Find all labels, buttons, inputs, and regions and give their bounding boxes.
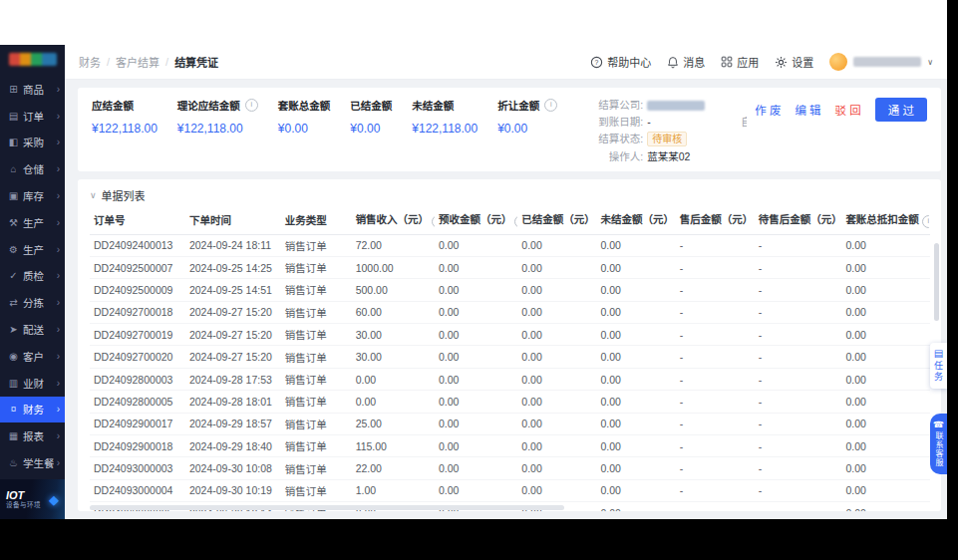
sidebar-item-student-meal[interactable]: ♨学生餐›: [0, 449, 65, 476]
table-cell: 0.00: [435, 435, 517, 457]
approve-button[interactable]: 通 过: [875, 98, 927, 122]
sidebar-item-quality[interactable]: ✓质检›: [0, 263, 65, 290]
table-row[interactable]: DD240927000192024-09-27 15:20销售订单30.000.…: [90, 324, 929, 346]
column-header: 售后金额（元）i: [676, 205, 755, 235]
sidebar-item-business-finance[interactable]: ▥业财›: [0, 370, 65, 397]
topbar-settings[interactable]: 设置: [775, 54, 813, 70]
sidebar-item-orders[interactable]: ▤订单›: [0, 103, 65, 130]
info-line-operate-time: 操作时间:2024-10-17: [731, 132, 747, 144]
table-row[interactable]: DD240925000092024-09-25 14:51销售订单500.000…: [90, 279, 929, 301]
breadcrumb-item[interactable]: 财务: [79, 54, 101, 70]
table-cell: -: [676, 391, 755, 413]
info-icon[interactable]: i: [544, 99, 557, 112]
table-cell: 0.00: [435, 391, 517, 413]
chevron-down-icon: ∨: [90, 190, 97, 200]
table-row[interactable]: DD240924000132024-09-24 18:11销售订单72.000.…: [90, 234, 929, 256]
info-line-arrival-date: 到账日期:-: [579, 116, 705, 129]
table-row[interactable]: DD240927000202024-09-27 15:20销售订单30.000.…: [90, 346, 929, 368]
table-cell: 销售订单: [281, 413, 352, 434]
info-line-voucher-no: 结算凭证号:5352: [731, 99, 747, 112]
table-row[interactable]: DD240928000052024-09-28 18:01销售订单0.000.0…: [90, 391, 929, 413]
task-float-button[interactable]: ▤ 任务: [930, 343, 947, 389]
table-cell: 22.00: [352, 457, 435, 479]
topbar-messages[interactable]: 消息: [667, 54, 705, 70]
table-cell: 2024-09-30 10:08: [185, 457, 281, 479]
sidebar-item-customer[interactable]: ◉客户›: [0, 343, 65, 370]
stat-settle-amount: 应结金额¥122,118.00: [92, 98, 158, 136]
table-cell: 0.00: [435, 324, 517, 346]
table-row[interactable]: DD240929000172024-09-29 18:57销售订单25.000.…: [90, 413, 929, 434]
table-cell: 2024-09-30 10:19: [185, 479, 281, 501]
purchase-icon: ◧: [7, 137, 20, 147]
info-icon[interactable]: i: [245, 99, 258, 112]
settlement-summary-card: 应结金额¥122,118.00理论应结金额i¥122,118.00套账总金额¥0…: [78, 88, 941, 171]
sidebar-item-production-2[interactable]: ⚙生产›: [0, 236, 65, 263]
column-header-label: 未结金额（元）: [600, 213, 674, 225]
topbar-apps[interactable]: 应用: [721, 54, 759, 70]
table-row[interactable]: DD240925000072024-09-25 14:25销售订单1000.00…: [90, 256, 929, 278]
chevron-right-icon: ›: [57, 270, 60, 281]
app-logo[interactable]: [0, 45, 65, 73]
table-cell: DD24092500007: [90, 256, 185, 278]
sidebar-item-goods[interactable]: ⊞商品›: [0, 76, 65, 103]
table-row[interactable]: DD240928000032024-09-28 17:53销售订单0.000.0…: [90, 368, 929, 390]
topbar-help-center[interactable]: ?帮助中心: [590, 54, 651, 70]
void-button[interactable]: 作 废: [755, 102, 781, 118]
column-header: 套账总抵扣金额i: [841, 205, 929, 235]
document-list-toggle[interactable]: ∨ 单据列表: [90, 185, 929, 205]
sidebar-item-sorting[interactable]: ⇄分拣›: [0, 289, 65, 316]
table-cell: 2024-09-25 14:51: [185, 279, 281, 301]
table-row[interactable]: DD240929000182024-09-29 18:40销售订单115.000…: [90, 435, 929, 457]
table-cell: 0.00: [517, 479, 596, 501]
headset-icon: ☎: [933, 420, 944, 429]
info-icon[interactable]: i: [432, 215, 435, 228]
sidebar-item-report[interactable]: ▦报表›: [0, 422, 65, 449]
breadcrumb-item[interactable]: 客户结算: [116, 54, 160, 70]
table-row[interactable]: DD240930000042024-09-30 10:19销售订单1.000.0…: [90, 479, 929, 501]
chevron-right-icon: ›: [57, 430, 60, 441]
breadcrumb-item[interactable]: 结算凭证: [174, 54, 218, 70]
info-icon[interactable]: i: [514, 215, 517, 228]
customer-service-float-button[interactable]: ☎ 联系客服: [930, 414, 947, 474]
table-cell: 0.00: [596, 435, 675, 457]
info-label: 操作时间:: [731, 132, 747, 144]
table-cell: 25.00: [352, 413, 435, 434]
user-menu[interactable]: ∨: [829, 53, 933, 71]
iot-banner[interactable]: IOT 设备与环境 ◆: [0, 479, 65, 519]
order-icon: ▤: [7, 111, 20, 122]
table-cell: 销售订单: [281, 479, 352, 501]
table-row[interactable]: DD240927000182024-09-27 15:20销售订单60.000.…: [90, 301, 929, 323]
reject-button[interactable]: 驳 回: [835, 102, 861, 118]
info-icon[interactable]: i: [922, 215, 929, 228]
sidebar-item-finance[interactable]: ¤财务›: [0, 397, 65, 423]
table-cell: -: [755, 256, 842, 278]
table-cell: 销售订单: [281, 256, 352, 278]
table-cell: 0.00: [517, 346, 596, 368]
sidebar-item-label: 业财: [23, 376, 54, 391]
sidebar-item-warehouse[interactable]: ⌂仓储›: [0, 155, 65, 182]
table-cell: 2024-09-27 15:20: [185, 301, 281, 323]
table-cell: -: [676, 346, 755, 368]
table-row[interactable]: DD240930000032024-09-30 10:08销售订单22.000.…: [90, 457, 929, 479]
column-header-label: 销售收入（元）: [356, 213, 430, 225]
avatar: [829, 53, 847, 71]
horizontal-scrollbar[interactable]: [90, 505, 564, 510]
table-cell: 2024-09-29 18:57: [185, 413, 281, 434]
table-cell: DD24092800003: [90, 368, 185, 390]
sidebar-item-label: 质检: [23, 268, 54, 283]
goods-icon: ⊞: [7, 84, 20, 95]
sidebar-item-inventory[interactable]: ▣库存›: [0, 182, 65, 209]
student-meal-icon: ♨: [7, 457, 20, 468]
main-area: 财务/客户结算/结算凭证 ?帮助中心消息应用设置 ∨ 应结金额¥122,118.…: [65, 45, 947, 519]
finance-icon: ¤: [7, 404, 20, 415]
column-header-label: 订单号: [94, 214, 126, 226]
stat-set-account-total: 套账总金额¥0.00: [278, 98, 331, 136]
chevron-right-icon: ›: [57, 324, 60, 335]
table-cell: 0.00: [517, 435, 596, 457]
vertical-scrollbar[interactable]: [934, 243, 939, 321]
sidebar-item-delivery[interactable]: ➤配送›: [0, 316, 65, 343]
sidebar-item-purchase[interactable]: ◧采购›: [0, 130, 65, 156]
table-cell: 0.00: [435, 346, 517, 368]
sidebar-item-production-1[interactable]: ⚒生产›: [0, 209, 65, 236]
edit-button[interactable]: 编 辑: [795, 102, 820, 118]
